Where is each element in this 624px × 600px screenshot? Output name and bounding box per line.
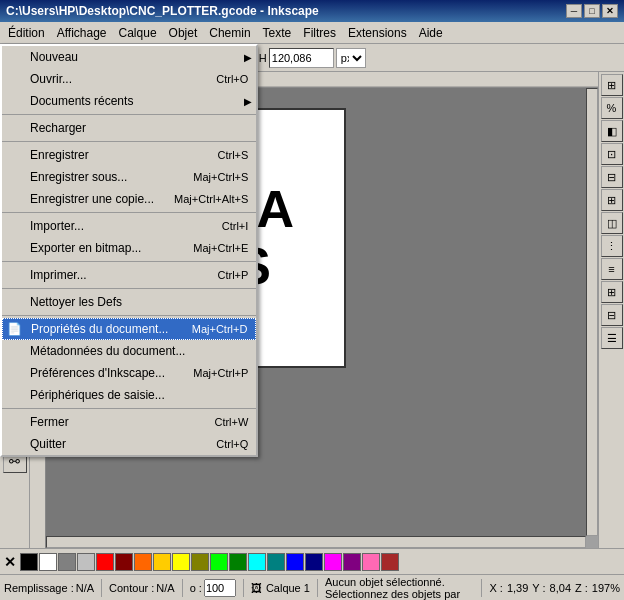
- menu-calque[interactable]: Calque: [113, 24, 163, 42]
- item-label: Exporter en bitmap...: [30, 241, 141, 255]
- menu-bar: Édition Affichage Calque Objet Chemin Te…: [0, 22, 624, 44]
- x-coord-label: X :: [489, 582, 502, 594]
- snap-btn-3[interactable]: ◧: [601, 120, 623, 142]
- opacity-input[interactable]: [204, 579, 236, 597]
- snap-btn-9[interactable]: ≡: [601, 258, 623, 280]
- swatch-orange[interactable]: [134, 553, 152, 571]
- swatch-red[interactable]: [96, 553, 114, 571]
- menu-item-nouveau[interactable]: ▶ Nouveau: [2, 46, 256, 68]
- menu-item-preferences[interactable]: Préférences d'Inkscape... Maj+Ctrl+P: [2, 362, 256, 384]
- minimize-button[interactable]: ─: [566, 4, 582, 18]
- status-sep3: [243, 579, 244, 597]
- opacity-label: o :: [190, 582, 202, 594]
- close-button[interactable]: ✕: [602, 4, 618, 18]
- item-label: Importer...: [30, 219, 84, 233]
- snap-btn-10[interactable]: ⊞: [601, 281, 623, 303]
- menu-item-imprimer[interactable]: Imprimer... Ctrl+P: [2, 264, 256, 286]
- shortcut: Ctrl+I: [202, 220, 249, 232]
- swatch-cyan[interactable]: [248, 553, 266, 571]
- snap-btn-12[interactable]: ☰: [601, 327, 623, 349]
- arrow-icon: ▶: [244, 96, 252, 107]
- item-label: Métadonnées du document...: [30, 344, 185, 358]
- swatch-darkred[interactable]: [115, 553, 133, 571]
- menu-affichage[interactable]: Affichage: [51, 24, 113, 42]
- menu-item-recent[interactable]: Documents récents ▶: [2, 90, 256, 112]
- menu-chemin[interactable]: Chemin: [203, 24, 256, 42]
- fill-value: N/A: [76, 582, 94, 594]
- swatch-olive[interactable]: [191, 553, 209, 571]
- swatch-yellow[interactable]: [172, 553, 190, 571]
- menu-texte[interactable]: Texte: [257, 24, 298, 42]
- menu-item-quitter[interactable]: Quitter Ctrl+Q: [2, 433, 256, 455]
- stroke-value: N/A: [156, 582, 174, 594]
- layer-icon: 🖼: [251, 582, 262, 594]
- menu-item-peripheriques[interactable]: Périphériques de saisie...: [2, 384, 256, 406]
- menu-item-enregistrer-copie[interactable]: Enregistrer une copie... Maj+Ctrl+Alt+S: [2, 188, 256, 210]
- layer-value: Calque 1: [266, 582, 310, 594]
- swatch-green[interactable]: [229, 553, 247, 571]
- menu-item-importer[interactable]: Importer... Ctrl+I: [2, 215, 256, 237]
- item-label: Imprimer...: [30, 268, 87, 282]
- swatch-brown[interactable]: [381, 553, 399, 571]
- swatch-lime[interactable]: [210, 553, 228, 571]
- menu-item-ouvrir[interactable]: Ouvrir... Ctrl+O: [2, 68, 256, 90]
- menu-item-fermer[interactable]: Fermer Ctrl+W: [2, 411, 256, 433]
- menu-extensions[interactable]: Extensions: [342, 24, 413, 42]
- shortcut: Ctrl+W: [194, 416, 248, 428]
- no-fill-btn[interactable]: ✕: [4, 554, 16, 570]
- sep3: [2, 212, 256, 213]
- snap-btn-1[interactable]: ⊞: [601, 74, 623, 96]
- unit-select[interactable]: px mm cm in: [336, 48, 366, 68]
- status-sep5: [481, 579, 482, 597]
- menu-item-enregistrer-sous[interactable]: Enregistrer sous... Maj+Ctrl+S: [2, 166, 256, 188]
- fill-status: Remplissage : N/A: [4, 582, 94, 594]
- h-input[interactable]: [269, 48, 334, 68]
- scrollbar-horizontal[interactable]: [46, 536, 586, 548]
- menu-item-metadonnees[interactable]: Métadonnées du document...: [2, 340, 256, 362]
- item-label: Enregistrer sous...: [30, 170, 127, 184]
- sep4: [2, 261, 256, 262]
- menu-item-proprietes[interactable]: 📄 Propriétés du document... Maj+Ctrl+D: [2, 318, 256, 340]
- status-sep4: [317, 579, 318, 597]
- maximize-button[interactable]: □: [584, 4, 600, 18]
- snap-btn-11[interactable]: ⊟: [601, 304, 623, 326]
- menu-aide[interactable]: Aide: [413, 24, 449, 42]
- swatch-blue[interactable]: [286, 553, 304, 571]
- snap-btn-5[interactable]: ⊟: [601, 166, 623, 188]
- title-bar: C:\Users\HP\Desktop\CNC_PLOTTER.gcode - …: [0, 0, 624, 22]
- item-label: Recharger: [30, 121, 86, 135]
- menu-filtres[interactable]: Filtres: [297, 24, 342, 42]
- swatch-pink[interactable]: [362, 553, 380, 571]
- swatch-silver[interactable]: [77, 553, 95, 571]
- stroke-label: Contour :: [109, 582, 154, 594]
- menu-item-enregistrer[interactable]: Enregistrer Ctrl+S: [2, 144, 256, 166]
- scrollbar-vertical[interactable]: [586, 88, 598, 536]
- item-label: Enregistrer une copie...: [30, 192, 154, 206]
- item-label: Fermer: [30, 415, 69, 429]
- snap-btn-6[interactable]: ⊞: [601, 189, 623, 211]
- swatch-gray[interactable]: [58, 553, 76, 571]
- palette-bar: ✕: [0, 548, 624, 574]
- opacity-status: o :: [190, 579, 236, 597]
- swatch-purple[interactable]: [343, 553, 361, 571]
- swatch-black[interactable]: [20, 553, 38, 571]
- item-label: Ouvrir...: [30, 72, 72, 86]
- swatch-white[interactable]: [39, 553, 57, 571]
- snap-btn-8[interactable]: ⋮: [601, 235, 623, 257]
- shortcut: Ctrl+O: [196, 73, 248, 85]
- menu-objet[interactable]: Objet: [163, 24, 204, 42]
- swatch-navy[interactable]: [305, 553, 323, 571]
- menu-edition[interactable]: Édition: [2, 24, 51, 42]
- snap-btn-2[interactable]: %: [601, 97, 623, 119]
- item-label: Nettoyer les Defs: [30, 295, 122, 309]
- swatch-teal[interactable]: [267, 553, 285, 571]
- snap-btn-4[interactable]: ⊡: [601, 143, 623, 165]
- status-sep2: [182, 579, 183, 597]
- swatch-gold[interactable]: [153, 553, 171, 571]
- snap-btn-7[interactable]: ◫: [601, 212, 623, 234]
- menu-item-nettoyer[interactable]: Nettoyer les Defs: [2, 291, 256, 313]
- swatch-magenta[interactable]: [324, 553, 342, 571]
- menu-item-recharger[interactable]: Recharger: [2, 117, 256, 139]
- menu-item-exporter[interactable]: Exporter en bitmap... Maj+Ctrl+E: [2, 237, 256, 259]
- status-text: Aucun objet sélectionné. Sélectionnez de…: [325, 576, 475, 600]
